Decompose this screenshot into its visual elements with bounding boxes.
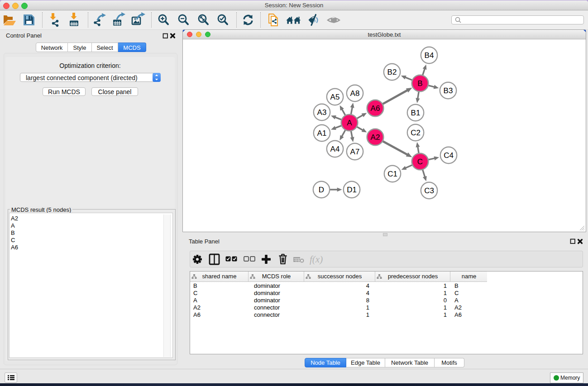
svg-text:name: name — [462, 273, 477, 280]
svg-text:connector: connector — [254, 311, 280, 318]
svg-text:A8: A8 — [350, 89, 360, 98]
svg-text:C: C — [193, 290, 197, 296]
svg-text:B: B — [417, 79, 422, 88]
svg-text:A3: A3 — [317, 108, 327, 117]
svg-text:A1: A1 — [317, 129, 327, 138]
svg-text:MCDS role: MCDS role — [262, 273, 291, 280]
svg-text:B1: B1 — [411, 109, 421, 117]
svg-text:C1: C1 — [387, 170, 397, 178]
svg-text:f(x): f(x) — [310, 254, 323, 265]
svg-text:D1: D1 — [347, 186, 357, 194]
svg-text:A: A — [454, 297, 459, 304]
svg-text:successor nodes: successor nodes — [318, 273, 362, 280]
svg-text:4: 4 — [366, 290, 369, 296]
svg-text:B: B — [454, 282, 459, 289]
svg-text:B2: B2 — [387, 68, 397, 76]
svg-text:dominator: dominator — [254, 290, 280, 296]
svg-text:C: C — [454, 290, 459, 296]
svg-text:A4: A4 — [330, 145, 340, 153]
svg-text:connector: connector — [254, 304, 280, 311]
svg-text:1: 1 — [444, 304, 447, 311]
svg-text:A: A — [193, 297, 197, 304]
svg-text:A: A — [347, 119, 352, 127]
svg-text:dominator: dominator — [254, 297, 280, 304]
svg-text:1: 1 — [366, 311, 369, 318]
svg-text:A7: A7 — [350, 148, 360, 156]
svg-text:1: 1 — [444, 290, 447, 296]
svg-text:D: D — [319, 186, 324, 194]
svg-text:B3: B3 — [444, 86, 453, 95]
svg-text:A2: A2 — [454, 304, 462, 311]
svg-text:A6: A6 — [193, 311, 201, 318]
svg-text:C: C — [417, 157, 423, 166]
svg-text:4: 4 — [366, 282, 369, 289]
svg-text:A2: A2 — [193, 304, 201, 311]
svg-text:dominator: dominator — [254, 282, 280, 289]
svg-text:1: 1 — [444, 311, 447, 318]
svg-text:C2: C2 — [411, 129, 421, 137]
svg-text:A2: A2 — [371, 133, 380, 142]
svg-text:B4: B4 — [425, 51, 434, 60]
svg-text:shared name: shared name — [202, 273, 237, 280]
svg-text:A6: A6 — [371, 104, 380, 113]
svg-text:B: B — [193, 282, 197, 289]
svg-text:1: 1 — [444, 282, 447, 289]
svg-text:8: 8 — [366, 297, 369, 304]
svg-text:0: 0 — [444, 297, 447, 304]
svg-text:C3: C3 — [424, 186, 434, 195]
svg-text:A6: A6 — [454, 311, 462, 318]
svg-text:predecessor nodes: predecessor nodes — [388, 273, 438, 280]
svg-text:1: 1 — [366, 304, 369, 311]
svg-text:A5: A5 — [330, 93, 340, 101]
svg-text:C4: C4 — [444, 151, 454, 160]
